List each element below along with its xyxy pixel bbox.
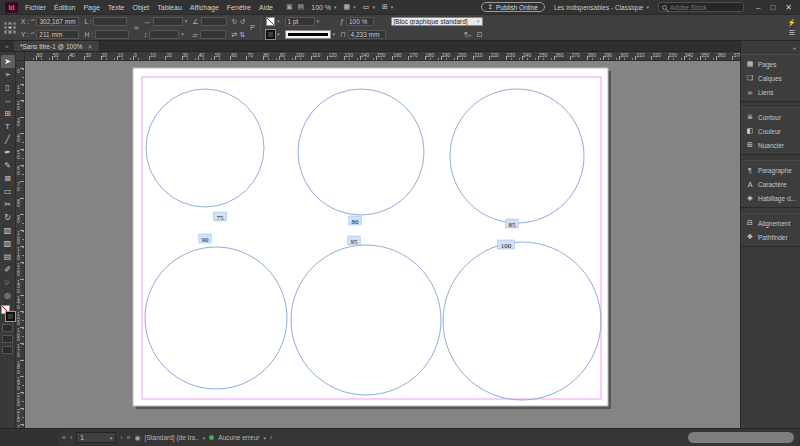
scissors-tool[interactable]: ✂ — [1, 198, 15, 211]
pen-tool[interactable]: ✒ — [1, 146, 15, 159]
hand-tool[interactable]: ☞ — [1, 276, 15, 289]
stepper-icon[interactable]: ▴▾ — [31, 32, 35, 36]
stepper-icon[interactable]: ▴▾ — [31, 19, 35, 23]
rectangle-frame-tool[interactable]: ⊠ — [1, 172, 15, 185]
chevron-down-icon[interactable]: ▾ — [277, 18, 280, 24]
stroke-swatch[interactable] — [266, 30, 275, 39]
direct-selection-tool[interactable]: ➢ — [1, 68, 15, 81]
zoom-tool[interactable]: ◎ — [1, 289, 15, 302]
object-style-dropdown[interactable]: [Bloc graphique standard] ▾ — [391, 17, 483, 26]
page-number-dropdown[interactable]: 1 ▾ — [76, 432, 116, 443]
view-options-dropdown[interactable]: ▦ ▾ — [344, 3, 356, 11]
content-collector-tool[interactable]: ⊞ — [1, 107, 15, 120]
chevron-down-icon[interactable]: ▾ — [203, 435, 206, 441]
horizontal-ruler[interactable]: 6050403020100102030405060708090100110120… — [25, 52, 740, 61]
panel-button-calques[interactable]: ❏Calques — [741, 71, 800, 85]
panel-button-habillage[interactable]: ◈Habillage d... — [741, 191, 800, 205]
y-position-field[interactable]: 211 mm — [36, 30, 79, 39]
pencil-tool[interactable]: ✎ — [1, 159, 15, 172]
panel-button-paragraphe[interactable]: ¶Paragraphe — [741, 163, 800, 177]
menu-texte[interactable]: Texte — [108, 4, 125, 11]
effects-icon[interactable]: ƒ — [340, 17, 344, 26]
panel-button-liens[interactable]: ∞Liens — [741, 85, 800, 99]
width-field[interactable] — [93, 17, 127, 26]
menu-page[interactable]: Page — [83, 4, 99, 11]
style-options-icon[interactable]: ⊡ — [477, 30, 483, 39]
collapse-toolbar-icon[interactable]: « — [0, 41, 14, 51]
opacity-field[interactable]: 100 % — [346, 17, 374, 26]
gap-tool[interactable]: ↔ — [1, 94, 15, 107]
panel-button-couleur[interactable]: ◧Couleur — [741, 124, 800, 138]
menu-fentre[interactable]: Fenêtre — [227, 4, 251, 11]
type-tool[interactable]: T — [1, 120, 15, 133]
chevron-down-icon[interactable]: ▾ — [333, 31, 336, 37]
scroll-left-arrow[interactable]: ‹ — [270, 434, 272, 441]
constrain-proportions-icon[interactable]: ∞ — [134, 23, 139, 32]
expand-panels-icon[interactable]: » — [793, 45, 796, 51]
x-position-field[interactable]: 302,167 mm — [36, 17, 79, 26]
menu-objet[interactable]: Objet — [133, 4, 150, 11]
chevron-down-icon[interactable]: ▾ — [181, 31, 184, 37]
rectangle-tool[interactable]: ▭ — [1, 185, 15, 198]
selection-tool[interactable]: ➤ — [1, 55, 15, 68]
previous-page-button[interactable]: ‹ — [70, 434, 72, 441]
maximize-button[interactable]: □ — [770, 3, 775, 12]
free-transform-tool[interactable]: ↻ — [1, 211, 15, 224]
screen-mode-dropdown[interactable]: ▭ ▾ — [363, 3, 375, 11]
horizontal-scrollbar[interactable] — [276, 431, 796, 444]
stroke-black-swatch[interactable] — [6, 312, 15, 321]
arrange-documents-dropdown[interactable]: ⊞ ▾ — [382, 3, 393, 11]
panel-button-caractere[interactable]: ACaractère — [741, 177, 800, 191]
apply-none-button[interactable] — [2, 335, 13, 343]
chevron-down-icon[interactable]: ▾ — [317, 18, 320, 24]
scale-y-field[interactable] — [149, 30, 179, 39]
workspace-switcher[interactable]: Les indispensables - Classique ▾ — [554, 4, 649, 11]
next-page-button[interactable]: › — [120, 434, 122, 441]
panel-button-contour[interactable]: ≣Contour — [741, 110, 800, 124]
height-field[interactable] — [95, 30, 129, 39]
vertical-ruler[interactable]: 01 02 03 04 05 06 07 08 09 01 0 01 1 01 … — [16, 61, 25, 428]
minimize-button[interactable]: – — [756, 3, 760, 12]
chevron-down-icon[interactable]: ▾ — [264, 435, 267, 441]
line-tool[interactable]: ╱ — [1, 133, 15, 146]
view-mode-button[interactable] — [2, 346, 13, 354]
pasteboard[interactable]: 7580859095100 — [25, 61, 740, 428]
rotation-angle-field[interactable] — [201, 17, 227, 26]
corner-options-icon[interactable]: ⊓ — [340, 30, 345, 39]
reference-point-proxy[interactable] — [4, 22, 16, 34]
close-button[interactable]: ✕ — [785, 3, 792, 12]
gpu-performance-icon[interactable]: ⚡ — [787, 19, 796, 27]
menu-tableau[interactable]: Tableau — [157, 4, 182, 11]
panel-button-nuancier[interactable]: ⊞Nuancier — [741, 138, 800, 152]
rotate-cw-icon[interactable]: ↻ — [232, 17, 238, 26]
menu-affichage[interactable]: Affichage — [190, 4, 219, 11]
menu-aide[interactable]: Aide — [259, 4, 273, 11]
document-canvas[interactable]: 7580859095100 — [25, 61, 740, 428]
page-tool[interactable]: ▯ — [1, 81, 15, 94]
gradient-feather-tool[interactable]: ▨ — [1, 237, 15, 250]
eyedropper-tool[interactable]: ✐ — [1, 263, 15, 276]
bridge-icon[interactable]: ▣ — [286, 3, 293, 11]
corner-radius-field[interactable]: 4,233 mm — [348, 30, 386, 39]
panel-button-pages[interactable]: ▦Pages — [741, 57, 800, 71]
shear-angle-field[interactable] — [200, 30, 226, 39]
fill-swatch-none[interactable] — [266, 17, 275, 26]
menu-dition[interactable]: Édition — [54, 4, 75, 11]
zoom-level-dropdown[interactable]: 100 % ▾ — [311, 4, 336, 11]
flip-horizontal-icon[interactable]: ⇄ — [232, 30, 238, 39]
gradient-tool[interactable]: ▧ — [1, 224, 15, 237]
stock-icon[interactable]: ▤ — [298, 3, 305, 11]
scrollbar-thumb[interactable] — [688, 432, 794, 443]
apply-color-button[interactable] — [2, 324, 13, 332]
document-tab[interactable]: *Sans titre-1 @ 100% ✕ — [14, 41, 100, 51]
publish-online-button[interactable]: ↥ Publish Online — [481, 2, 545, 12]
chevron-down-icon[interactable]: ▾ — [277, 31, 280, 37]
search-input[interactable] — [670, 4, 740, 11]
panel-button-alignement[interactable]: ⊟Alignement — [741, 216, 800, 230]
stroke-weight-field[interactable]: 1 pt — [285, 17, 315, 26]
flip-vertical-icon[interactable]: ⇅ — [239, 30, 245, 39]
adobe-stock-search[interactable] — [658, 2, 744, 12]
clear-overrides-icon[interactable]: ¶₊ — [464, 30, 471, 39]
close-tab-icon[interactable]: ✕ — [88, 43, 93, 50]
first-page-button[interactable]: « — [62, 434, 66, 441]
